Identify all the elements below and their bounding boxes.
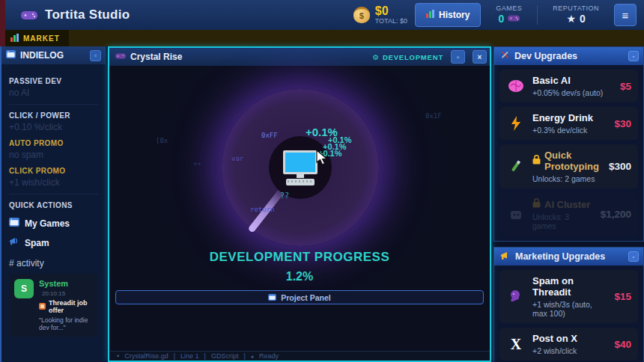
x-logo-icon: X (506, 336, 526, 353)
window-icon (6, 50, 16, 61)
upgrade-name: Quick Prototyping (544, 150, 602, 172)
upgrade-post-on-x[interactable]: X Post on X +2 wish/click $40 (499, 328, 638, 361)
code-token: [0x (156, 137, 168, 144)
reputation-label: REPUTATION (553, 4, 599, 13)
games-label: GAMES (496, 4, 522, 13)
activity-timestamp: 20:10:15 (42, 290, 65, 297)
dev-upgrades-panel: Dev Upgrades ▫ Basic AI +0.05% dev/s (au… (493, 46, 644, 242)
avatar: S (14, 279, 34, 298)
activity-item[interactable]: S System 20:10:15 Threadit job offer "Lo… (9, 274, 98, 337)
upgrade-name: Post on X (532, 333, 607, 344)
upgrade-desc: +1 wish/3s (auto, max 100) (532, 300, 607, 318)
market-chart-icon (10, 31, 19, 45)
history-button[interactable]: History (415, 3, 481, 27)
threadit-user-icon (506, 289, 526, 304)
upgrade-ai-cluster[interactable]: AI Cluster Unlocks: 3 games $1,200 (499, 193, 638, 236)
gamepad-logo-icon (21, 7, 37, 23)
upgrade-quick-prototyping[interactable]: Quick Prototyping Unlocks: 2 games $300 (499, 144, 638, 188)
app-title: Tortita Studio (45, 7, 130, 22)
upgrade-price: $5 (620, 81, 631, 92)
marketing-upgrades-collapse-button[interactable]: ▫ (628, 251, 639, 262)
marketing-upgrades-header: Marketing Upgrades ▫ (494, 248, 643, 266)
dev-upgrades-collapse-button[interactable]: ▫ (628, 51, 639, 61)
ready-dot-icon: ● (251, 354, 254, 359)
upgrade-price: $15 (614, 291, 631, 302)
gamepad-icon (115, 52, 126, 62)
upgrade-name: AI Cluster (544, 199, 590, 210)
upgrade-name: Basic AI (532, 75, 613, 86)
sidebar-item-label: My Games (25, 218, 70, 229)
money-display: $ $0 TOTAL: $0 (353, 4, 407, 25)
robot-icon (506, 209, 526, 221)
brain-icon (506, 79, 526, 93)
window-icon (9, 218, 19, 229)
money-bag-icon: $ (353, 7, 370, 23)
status-sep: | (174, 352, 175, 360)
sidebar-title: INDIELOG (20, 50, 64, 61)
stat-label: PASSIVE DEV (9, 77, 98, 85)
status-bar: • CrystalRise.gd | Line 1 | GDScript | ●… (109, 351, 490, 361)
game-canvas[interactable]: +0.1% +0.1% +0.1% +0.1% 0xFF var ?? retu… (109, 66, 490, 361)
stat-label: CLICK PROMO (9, 167, 98, 175)
sidebar-item-my-games[interactable]: My Games (9, 218, 98, 229)
code-token: ** (193, 162, 201, 169)
marketing-upgrades-panel: Marketing Upgrades ▫ Spam on Threadit +1… (493, 247, 644, 362)
project-panel-button[interactable]: Project Panel (115, 290, 484, 304)
money-value: $0 (375, 4, 407, 18)
stat-value: +0.10 %/click (9, 122, 98, 132)
status-sep: | (243, 352, 245, 360)
code-token: ?? (280, 191, 289, 200)
stat-value: no spam (9, 150, 98, 160)
megaphone-icon (500, 251, 511, 263)
code-token: 0x1F (425, 112, 442, 120)
upgrade-price: $1,200 (601, 209, 631, 220)
activity-header: # activity (9, 258, 98, 269)
stat-value: +1 wish/click (9, 177, 98, 188)
status-bullet: • (117, 352, 119, 360)
upgrade-desc: +0.05% dev/s (auto) (532, 88, 613, 97)
games-gamepad-icon (508, 13, 520, 25)
upgrade-spam-threadit[interactable]: Spam on Threadit +1 wish/3s (auto, max 1… (499, 270, 638, 323)
mouse-cursor (316, 150, 329, 169)
code-token: var (231, 155, 243, 162)
sidebar-item-spam[interactable]: Spam (9, 237, 98, 248)
games-counter: GAMES 0 (488, 4, 529, 25)
money-total: TOTAL: $0 (375, 18, 407, 25)
tab-market[interactable]: MARKET (0, 30, 69, 46)
progress-value: 1.2% (109, 270, 490, 283)
project-panel-button-label: Project Panel (281, 293, 331, 302)
dev-upgrades-title: Dev Upgrades (514, 51, 577, 61)
lock-icon (532, 155, 541, 167)
tools-icon (500, 50, 510, 62)
indielog-header: INDIELOG ▫ (1, 46, 106, 64)
sidebar-collapse-button[interactable]: ▫ (90, 50, 101, 61)
hamburger-icon: ≡ (622, 9, 629, 22)
close-button[interactable]: × (473, 50, 487, 64)
reputation-value: 0 (580, 13, 586, 25)
dev-upgrades-header: Dev Upgrades ▫ (494, 47, 643, 65)
progress-readout: DEVELOPMENT PROGRESS 1.2% Project Panel (109, 250, 490, 304)
star-icon: ★ (566, 13, 576, 25)
minimize-button[interactable]: ▫ (451, 50, 465, 64)
upgrade-desc: +2 wish/click (532, 346, 607, 355)
menu-button[interactable]: ≡ (614, 4, 637, 26)
market-bar: MARKET (0, 30, 644, 46)
upgrade-energy-drink[interactable]: Energy Drink +0.3% dev/click $30 (499, 107, 638, 140)
project-title: Crystal Rise (130, 52, 182, 62)
history-icon (426, 10, 434, 20)
upgrade-basic-ai[interactable]: Basic AI +0.05% dev/s (auto) $5 (499, 70, 638, 102)
market-tab-label: MARKET (23, 34, 60, 43)
code-token: return (250, 206, 275, 213)
lightning-icon (506, 116, 526, 131)
stat-value: no AI (9, 88, 98, 98)
status-language: GDScript (211, 352, 239, 360)
upgrade-price: $30 (614, 118, 631, 129)
activity-author: System (39, 279, 68, 288)
status-ready: Ready (259, 352, 279, 360)
divider (9, 194, 98, 194)
gear-icon: ⚙ (373, 53, 380, 61)
upgrade-price: $300 (609, 161, 631, 172)
reputation-counter: REPUTATION ★ 0 (545, 4, 607, 25)
upgrades-column: Dev Upgrades ▫ Basic AI +0.05% dev/s (au… (493, 46, 644, 362)
threadit-icon (39, 303, 46, 311)
